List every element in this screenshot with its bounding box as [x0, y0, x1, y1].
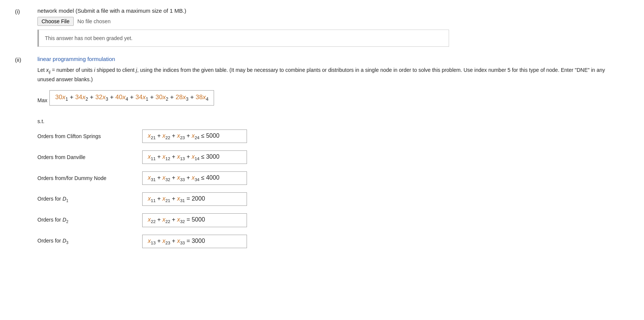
- op-c3-ineq: ≤ 4000: [201, 174, 219, 181]
- op-c5-eq: = 5000: [186, 216, 205, 223]
- d1-sub: 1: [66, 199, 68, 203]
- var-x1: x: [62, 94, 65, 101]
- sub-13: 13: [180, 156, 185, 161]
- sub-12: 12: [165, 156, 170, 161]
- constraint-label-6: Orders for D3: [37, 238, 135, 245]
- constraint-label-4: Orders for D1: [37, 196, 135, 203]
- op-c4-eq: = 2000: [186, 195, 205, 202]
- sub-22: 22: [165, 135, 170, 140]
- op-plus-4: +: [130, 94, 135, 101]
- cv-x22c: x: [162, 216, 165, 223]
- var-x2: x: [82, 94, 86, 101]
- part-i-title: network model (Submit a file with a maxi…: [37, 7, 629, 14]
- op-c6-2: +: [172, 238, 177, 244]
- var-x4b: x: [203, 94, 206, 101]
- sub-2: 2: [86, 97, 88, 102]
- op-c4-1: +: [157, 195, 162, 202]
- op-c5-2: +: [172, 216, 177, 223]
- var-j: j: [136, 67, 137, 73]
- coef-32: 32: [95, 94, 103, 101]
- op-c3-3: +: [186, 174, 192, 181]
- constraint-row-3: Orders from/for Dummy Node x31 + x32 + x…: [37, 171, 629, 185]
- op-c2-2: +: [172, 153, 177, 160]
- answer-not-graded-box: This answer has not been graded yet.: [37, 30, 449, 47]
- op-c2-3: +: [186, 153, 192, 160]
- op-plus-3: +: [110, 94, 116, 101]
- var-x3: x: [103, 94, 106, 101]
- part-ii-content: linear programming formulation Let xij =…: [37, 56, 629, 256]
- sub-22c: 22: [165, 220, 170, 224]
- op-c1-3: +: [186, 132, 192, 139]
- cv-x14: x: [192, 153, 195, 160]
- coef-28: 28: [176, 94, 183, 101]
- constraint-label-5: Orders for D2: [37, 217, 135, 224]
- op-c3-1: +: [157, 174, 162, 181]
- var-x4: x: [122, 94, 126, 101]
- constraint-box-1: x21 + x22 + x23 + x24 ≤ 5000: [142, 129, 247, 143]
- op-plus-1: +: [70, 94, 75, 101]
- max-label: Max: [37, 97, 47, 103]
- cv-x11b: x: [148, 195, 151, 202]
- sub-32: 32: [165, 177, 170, 182]
- part-ii-label: (ii): [15, 56, 37, 256]
- coef-34: 34: [75, 94, 82, 101]
- cv-x23: x: [177, 132, 180, 139]
- var-x3b: x: [183, 94, 186, 101]
- d2-sub: 2: [66, 220, 68, 224]
- cv-x32: x: [162, 174, 165, 181]
- subscript-ij: ij: [49, 70, 50, 74]
- op-plus-2: +: [90, 94, 95, 101]
- part-i-label: (i): [15, 7, 37, 47]
- op-c5-1: +: [157, 216, 162, 223]
- description-text: Let xij = number of units i shipped to c…: [37, 66, 617, 83]
- sub-22b: 22: [151, 220, 156, 224]
- cv-x23b: x: [162, 238, 165, 244]
- sub-1b: 1: [146, 97, 148, 102]
- var-x2b: x: [163, 94, 166, 101]
- constraint-box-2: x11 + x12 + x13 + x14 ≤ 3000: [142, 150, 247, 164]
- constraint-row-2: Orders from Danville x11 + x12 + x13 + x…: [37, 150, 629, 164]
- sub-2b: 2: [166, 97, 168, 102]
- cv-x13: x: [177, 153, 180, 160]
- st-label: s.t.: [37, 118, 629, 124]
- sub-31b: 31: [180, 198, 185, 203]
- d3-sub: 3: [66, 241, 68, 245]
- sub-24: 24: [195, 135, 199, 140]
- sub-31: 31: [151, 177, 156, 182]
- sub-11b: 11: [151, 198, 156, 203]
- sub-34: 34: [195, 177, 199, 182]
- coef-34b: 34: [135, 94, 143, 101]
- d3-label: D: [62, 238, 66, 244]
- sub-13b: 13: [151, 241, 156, 245]
- part-ii-section: (ii) linear programming formulation Let …: [15, 56, 629, 256]
- cv-x24: x: [192, 132, 195, 139]
- cv-x22: x: [162, 132, 165, 139]
- op-c1-2: +: [172, 132, 177, 139]
- part-i-content: network model (Submit a file with a maxi…: [37, 7, 629, 47]
- sub-4: 4: [126, 97, 128, 102]
- constraint-box-6: x13 + x23 + x33 = 3000: [142, 235, 247, 248]
- op-plus-7: +: [190, 94, 196, 101]
- part-ii-title: linear programming formulation: [37, 56, 629, 62]
- constraint-label-3: Orders from/for Dummy Node: [37, 175, 135, 181]
- op-c4-2: +: [172, 195, 177, 202]
- var-i: i: [94, 67, 95, 73]
- op-c6-1: +: [157, 238, 162, 244]
- objective-row: Max 30x1 + 34x2 + 32x3 + 40x4 + 34x1 + 3…: [37, 89, 629, 111]
- cv-x11: x: [148, 153, 151, 160]
- sub-14: 14: [195, 156, 199, 161]
- cv-x34: x: [192, 174, 195, 181]
- constraint-row-4: Orders for D1 x11 + x21 + x31 = 2000: [37, 192, 629, 206]
- sub-33b: 33: [180, 241, 185, 245]
- objective-math-box: 30x1 + 34x2 + 32x3 + 40x4 + 34x1 + 30x2 …: [49, 90, 214, 105]
- d1-label: D: [62, 196, 66, 202]
- constraint-label-1: Orders from Clifton Springs: [37, 133, 135, 139]
- constraint-box-4: x11 + x21 + x31 = 2000: [142, 192, 247, 206]
- coef-38: 38: [196, 94, 203, 101]
- choose-file-button[interactable]: Choose File: [37, 17, 74, 26]
- cv-x33: x: [177, 174, 180, 181]
- no-file-label: No file chosen: [77, 18, 111, 24]
- cv-x33b: x: [177, 238, 180, 244]
- cv-x21b: x: [162, 195, 165, 202]
- cv-x12: x: [162, 153, 165, 160]
